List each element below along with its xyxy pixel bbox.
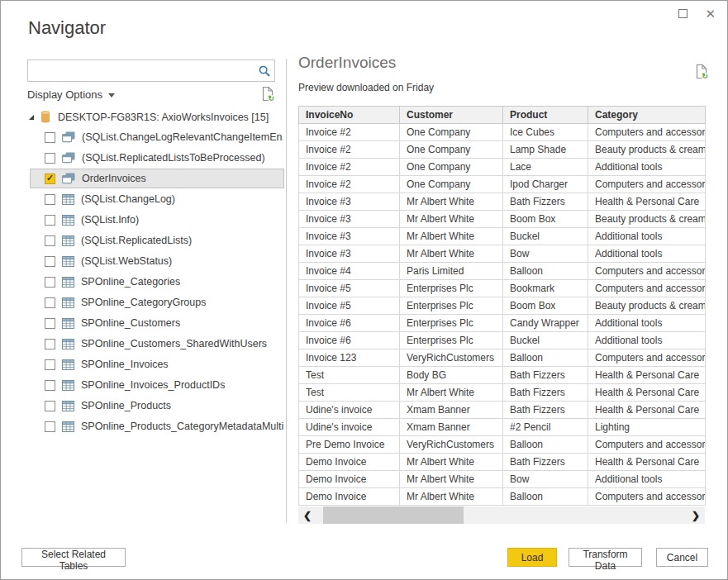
cell-invoiceno: Invoice #5 xyxy=(299,297,400,315)
navigator-dialog: ✕ Navigator Display Options ↻ DESKTOP-FG… xyxy=(0,0,728,580)
scrollbar-thumb[interactable] xyxy=(323,506,464,524)
cell-product: Candy Wrapper xyxy=(503,315,588,332)
cell-category: Computers and accessories. xyxy=(588,488,706,506)
tree-item-row[interactable]: SPOnline_Invoices_ProductIDs xyxy=(30,375,284,395)
item-checkbox[interactable] xyxy=(45,256,55,267)
tree-item-label: OrderInvoices xyxy=(82,173,146,184)
tree-item-row[interactable]: (SQList.Info) xyxy=(30,210,284,230)
tree-item-label: (SQList.ChangeLog) xyxy=(81,193,175,205)
item-checkbox[interactable] xyxy=(45,339,55,349)
load-button[interactable]: Load xyxy=(507,548,557,567)
item-checkbox[interactable] xyxy=(45,421,55,432)
item-checkbox[interactable] xyxy=(45,174,55,184)
cell-invoiceno: Invoice #4 xyxy=(299,263,400,280)
tree-item-label: (SQList.ChangeLogRelevantChangeItemEn... xyxy=(82,131,283,143)
column-header-category: Category xyxy=(588,107,706,124)
search-box xyxy=(27,59,275,82)
cell-category: Health & Personal Care xyxy=(588,193,706,211)
table-row: Invoice #6 Enterprises Plc Buckel Additi… xyxy=(299,332,706,349)
tree-item-row[interactable]: SPOnline_CategoryGroups xyxy=(30,292,284,312)
cell-category: Health & Personal Care xyxy=(588,367,706,384)
tree-root-database[interactable]: DESKTOP-FG83R1S: AxioWorksInvoices [15] xyxy=(21,107,284,127)
cell-customer: Mr Albert White xyxy=(400,454,503,471)
refresh-preview-icon[interactable]: ↻ xyxy=(261,86,275,102)
cell-category: Additional tools xyxy=(588,245,706,263)
tree-item-row[interactable]: SPOnline_Invoices xyxy=(30,354,284,374)
cell-product: Bow xyxy=(503,245,588,263)
tree-item: (SQList.ChangeLogRelevantChangeItemEn... xyxy=(21,127,284,147)
cell-invoiceno: Invoice #2 xyxy=(299,159,400,176)
cell-product: Bath Fizzers xyxy=(503,193,588,211)
cell-invoiceno: Demo Invoice xyxy=(299,454,400,471)
item-checkbox[interactable] xyxy=(45,153,55,164)
tree-root-label: DESKTOP-FG83R1S: AxioWorksInvoices [15] xyxy=(58,112,269,123)
item-checkbox[interactable] xyxy=(45,318,55,329)
svg-text:↻: ↻ xyxy=(268,94,274,102)
select-related-tables-button[interactable]: Select Related Tables xyxy=(21,548,126,567)
tree-item-row[interactable]: SPOnline_Products_CategoryMetadataMulti xyxy=(30,416,284,436)
table-icon xyxy=(62,297,74,308)
scroll-left-icon[interactable]: ❮ xyxy=(298,506,316,524)
maximize-icon[interactable] xyxy=(678,9,688,18)
table-row: Invoice #2 One Company Ice Cubes Compute… xyxy=(299,124,706,141)
tree-item-label: (SQList.ReplicatedListsToBeProcessed) xyxy=(82,152,265,164)
tree-item-label: SPOnline_Products xyxy=(81,400,171,411)
item-checkbox[interactable] xyxy=(45,132,55,143)
column-header-invoiceno: InvoiceNo xyxy=(299,107,400,124)
view-icon xyxy=(62,152,75,164)
cell-customer: One Company xyxy=(400,124,503,141)
cell-category: Computers and accessories. xyxy=(588,436,706,454)
item-checkbox[interactable] xyxy=(45,359,55,370)
refresh-preview-icon[interactable]: ↻ xyxy=(695,64,709,83)
item-checkbox[interactable] xyxy=(45,380,55,391)
cell-invoiceno: Demo Invoice xyxy=(299,488,400,506)
cell-product: Balloon xyxy=(503,488,588,506)
table-row: Invoice #3 Mr Albert White Bath Fizzers … xyxy=(299,193,706,211)
cell-category: Beauty products & creams xyxy=(588,297,706,315)
tree-item-row[interactable]: (SQList.ChangeLogRelevantChangeItemEn... xyxy=(30,127,284,147)
item-checkbox[interactable] xyxy=(45,277,55,288)
display-options-dropdown[interactable]: Display Options xyxy=(27,88,115,101)
tree-item-row[interactable]: SPOnline_Customers xyxy=(30,313,284,333)
table-header-row: InvoiceNo Customer Product Category xyxy=(299,107,706,124)
scroll-right-icon[interactable]: ❯ xyxy=(687,506,705,524)
table-row: Invoice #5 Enterprises Plc Bookmark Comp… xyxy=(299,280,706,297)
item-checkbox[interactable] xyxy=(45,401,55,411)
cell-customer: One Company xyxy=(400,176,503,193)
item-checkbox[interactable] xyxy=(45,235,55,246)
cell-category: Lighting xyxy=(588,419,706,436)
item-checkbox[interactable] xyxy=(45,297,55,308)
tree-item-row[interactable]: (SQList.ChangeLog) xyxy=(30,189,284,209)
cell-customer: Paris Limited xyxy=(400,263,503,280)
cell-invoiceno: Invoice 123 xyxy=(299,349,400,367)
cell-customer: Mr Albert White xyxy=(400,245,503,263)
close-icon[interactable]: ✕ xyxy=(705,7,716,20)
cell-product: Balloon xyxy=(503,349,588,367)
cell-customer: VeryRichCustomers xyxy=(400,436,503,454)
item-checkbox[interactable] xyxy=(45,215,55,226)
cell-invoiceno: Udine's invoice xyxy=(299,402,400,419)
tree-item-row[interactable]: (SQList.WebStatus) xyxy=(30,251,284,271)
table-row: Invoice #6 Enterprises Plc Candy Wrapper… xyxy=(299,315,706,332)
cell-category: Health & Personal Care xyxy=(588,402,706,419)
tree-item-row[interactable]: (SQList.ReplicatedListsToBeProcessed) xyxy=(30,148,284,168)
search-input[interactable] xyxy=(28,60,255,81)
table-row: Invoice #2 One Company Lamp Shade Beauty… xyxy=(299,141,706,159)
cell-invoiceno: Invoice #6 xyxy=(299,332,400,349)
transform-data-button[interactable]: Transform Data xyxy=(569,548,642,567)
tree-item-row[interactable]: SPOnline_Products xyxy=(30,396,284,416)
cell-category: Computers and accessories. xyxy=(588,349,706,367)
cell-product: #2 Pencil xyxy=(503,419,588,436)
cell-product: Bath Fizzers xyxy=(503,454,588,471)
cell-category: Additional tools xyxy=(588,315,706,332)
tree-expander-icon[interactable] xyxy=(28,114,35,121)
search-icon[interactable] xyxy=(255,64,274,78)
tree-item-row[interactable]: SPOnline_Customers_SharedWithUsers xyxy=(30,334,284,354)
tree-item-row[interactable]: (SQList.ReplicatedLists) xyxy=(30,231,284,250)
tree-item: OrderInvoices xyxy=(21,169,284,188)
cancel-button[interactable]: Cancel xyxy=(656,548,708,567)
tree-item-row[interactable]: SPOnline_Categories xyxy=(30,272,284,292)
horizontal-scrollbar[interactable]: ❮ ❯ xyxy=(298,506,705,524)
item-checkbox[interactable] xyxy=(45,194,55,205)
tree-item-row[interactable]: OrderInvoices xyxy=(30,169,284,188)
